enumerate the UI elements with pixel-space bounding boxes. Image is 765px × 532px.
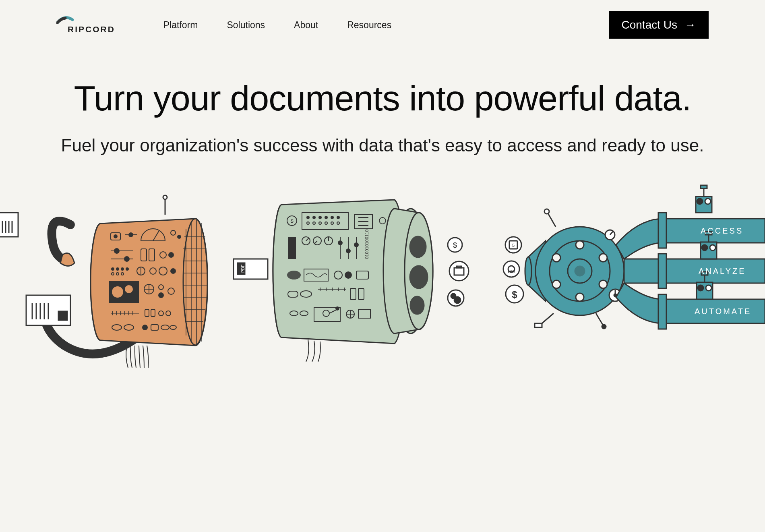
svg-point-119 — [338, 241, 342, 245]
svg-point-89 — [410, 266, 428, 288]
svg-text:$: $ — [512, 289, 517, 300]
svg-point-199 — [710, 245, 715, 250]
svg-point-35 — [114, 248, 119, 253]
svg-point-90 — [410, 296, 424, 314]
nav-platform[interactable]: Platform — [163, 20, 198, 31]
machine-orange-icon — [0, 176, 217, 370]
svg-point-42 — [112, 268, 114, 270]
svg-point-37 — [124, 257, 129, 261]
svg-rect-189 — [658, 213, 666, 248]
nav-resources[interactable]: Resources — [347, 20, 391, 31]
svg-rect-202 — [658, 294, 666, 329]
logo-text: RIPCORD — [68, 25, 115, 34]
svg-line-178 — [548, 213, 556, 227]
svg-point-121 — [346, 249, 350, 253]
svg-text:$: $ — [290, 218, 294, 224]
svg-point-53 — [171, 269, 176, 273]
svg-point-176 — [552, 280, 560, 288]
svg-point-55 — [112, 286, 123, 298]
svg-point-163 — [503, 261, 519, 277]
svg-point-198 — [702, 245, 707, 250]
hero-subtitle: Fuel your organization's success with da… — [40, 134, 725, 156]
main-nav: Platform Solutions About Resources — [163, 20, 391, 31]
header: RIPCORD Platform Solutions About Resourc… — [0, 0, 765, 39]
svg-point-173 — [599, 254, 607, 262]
svg-point-175 — [576, 293, 584, 301]
logo[interactable]: RIPCORD — [56, 16, 115, 34]
svg-point-45 — [126, 268, 128, 270]
svg-point-172 — [576, 241, 584, 249]
svg-text:ANALYZE: ANALYZE — [699, 267, 746, 275]
svg-point-174 — [599, 280, 607, 288]
svg-point-192 — [705, 199, 711, 204]
nav-about[interactable]: About — [294, 20, 318, 31]
svg-point-179 — [544, 209, 549, 214]
svg-point-125 — [287, 271, 300, 279]
svg-point-41 — [169, 253, 174, 257]
svg-point-94 — [307, 216, 309, 219]
svg-point-188 — [602, 325, 606, 329]
hero-title: Turn your documents into powerful data. — [40, 79, 725, 118]
svg-point-167 — [525, 257, 531, 285]
svg-text:AUTOMATE: AUTOMATE — [695, 307, 751, 316]
svg-point-98 — [331, 216, 333, 219]
machine-sage-icon: PDF $ — [229, 184, 487, 362]
svg-line-187 — [596, 313, 603, 325]
svg-point-152 — [449, 261, 469, 281]
svg-rect-196 — [658, 254, 666, 288]
svg-point-171 — [575, 266, 585, 276]
contact-button[interactable]: Contact Us → — [609, 11, 709, 39]
svg-point-81 — [163, 195, 167, 199]
svg-point-76 — [143, 325, 147, 330]
svg-point-128 — [345, 272, 351, 278]
svg-text:010010100110: 010010100110 — [364, 229, 369, 259]
svg-text:ACCESS: ACCESS — [701, 226, 743, 235]
svg-point-145 — [336, 307, 339, 310]
arrow-right-icon: → — [684, 19, 696, 31]
machines-illustration: PDF $ — [0, 172, 765, 374]
svg-point-97 — [325, 216, 327, 219]
svg-point-159 — [454, 297, 461, 303]
svg-text:5: 5 — [512, 243, 515, 248]
svg-point-96 — [319, 216, 321, 219]
svg-point-43 — [116, 268, 119, 270]
svg-point-123 — [354, 243, 358, 247]
machine-teal-icon: 5 $ — [499, 180, 765, 366]
svg-point-88 — [410, 236, 426, 257]
svg-rect-12 — [58, 311, 67, 320]
svg-point-44 — [121, 268, 124, 270]
svg-point-205 — [706, 285, 711, 291]
contact-label: Contact Us — [622, 19, 678, 31]
svg-point-14 — [183, 219, 207, 345]
svg-point-56 — [125, 285, 133, 293]
nav-solutions[interactable]: Solutions — [227, 20, 265, 31]
svg-point-95 — [313, 216, 315, 219]
svg-point-99 — [337, 216, 339, 219]
svg-point-204 — [698, 285, 703, 291]
svg-rect-194 — [701, 185, 707, 188]
svg-point-61 — [159, 293, 163, 298]
svg-point-33 — [178, 235, 181, 238]
svg-text:$: $ — [453, 241, 457, 249]
svg-rect-186 — [535, 323, 542, 327]
logo-arc-icon — [56, 16, 79, 24]
svg-point-28 — [114, 235, 117, 238]
svg-point-177 — [552, 254, 560, 262]
svg-point-191 — [697, 199, 703, 204]
svg-point-30 — [129, 233, 133, 237]
svg-text:PDF: PDF — [241, 265, 245, 273]
hero-section: Turn your documents into powerful data. … — [0, 79, 765, 156]
svg-rect-111 — [288, 237, 296, 259]
